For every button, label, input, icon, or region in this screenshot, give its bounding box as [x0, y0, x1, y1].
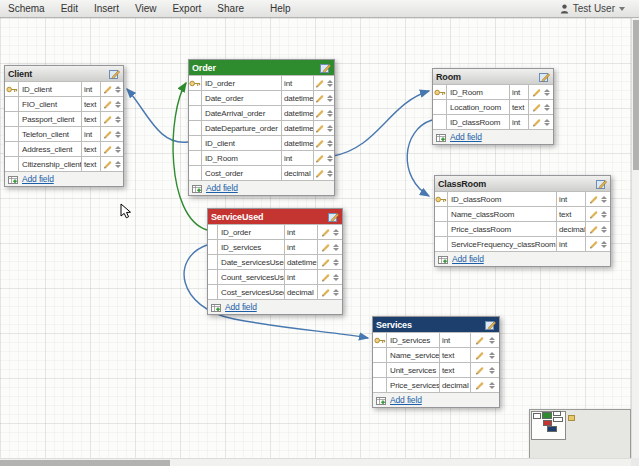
- edit-field-icon[interactable]: [321, 243, 331, 252]
- field-row[interactable]: Count_servicesUsedint: [208, 269, 342, 284]
- edit-table-icon[interactable]: [328, 212, 339, 222]
- field-row[interactable]: ID_orderint: [208, 224, 342, 239]
- field-row[interactable]: ID_classRoomint: [433, 114, 553, 129]
- reorder-field-control[interactable]: [489, 352, 495, 359]
- add-field-link[interactable]: Add field: [390, 395, 422, 405]
- user-menu[interactable]: Test User: [560, 3, 639, 14]
- edit-field-icon[interactable]: [321, 228, 331, 237]
- edit-table-icon[interactable]: [485, 320, 496, 330]
- table-client[interactable]: ClientID_clientintFIO_clienttextPassport…: [4, 65, 124, 187]
- horizontal-scrollbar[interactable]: [0, 458, 631, 466]
- relation-room-classroom[interactable]: [407, 120, 432, 196]
- reorder-field-control[interactable]: [489, 382, 495, 389]
- table-header[interactable]: Services: [373, 317, 499, 332]
- menu-item-insert[interactable]: Insert: [86, 3, 127, 14]
- schema-canvas[interactable]: ClientID_clientintFIO_clienttextPassport…: [0, 18, 631, 458]
- field-row[interactable]: Passport_clienttext: [5, 111, 123, 126]
- reorder-field-control[interactable]: [601, 211, 607, 218]
- edit-field-icon[interactable]: [315, 94, 325, 103]
- menu-item-help[interactable]: Help: [262, 3, 299, 14]
- reorder-field-control[interactable]: [327, 140, 333, 147]
- edit-field-icon[interactable]: [532, 118, 542, 127]
- edit-field-icon[interactable]: [315, 169, 325, 178]
- field-row[interactable]: ID_clientint: [5, 81, 123, 96]
- reorder-field-control[interactable]: [115, 101, 121, 108]
- field-row[interactable]: Address_clienttext: [5, 141, 123, 156]
- reorder-field-control[interactable]: [115, 131, 121, 138]
- field-row[interactable]: Date_servicesUseddatetime: [208, 254, 342, 269]
- edit-field-icon[interactable]: [589, 240, 599, 249]
- menu-item-schema[interactable]: Schema: [0, 3, 53, 14]
- edit-field-icon[interactable]: [589, 195, 599, 204]
- field-row[interactable]: Name_classRoomtext: [435, 206, 610, 221]
- edit-table-icon[interactable]: [539, 72, 550, 82]
- relation-order-client[interactable]: [127, 89, 188, 142]
- edit-field-icon[interactable]: [475, 366, 485, 375]
- reorder-field-control[interactable]: [489, 337, 495, 344]
- table-header[interactable]: Room: [433, 69, 553, 84]
- reorder-field-control[interactable]: [327, 80, 333, 87]
- field-row[interactable]: ID_classRoomint: [435, 191, 610, 206]
- reorder-field-control[interactable]: [327, 170, 333, 177]
- field-row[interactable]: Name_servicestext: [373, 347, 499, 362]
- menu-item-view[interactable]: View: [127, 3, 165, 14]
- field-row[interactable]: Citizenship_clienttext: [5, 156, 123, 171]
- edit-field-icon[interactable]: [475, 336, 485, 345]
- edit-table-icon[interactable]: [596, 179, 607, 189]
- minimap[interactable]: [529, 409, 631, 458]
- edit-field-icon[interactable]: [321, 273, 331, 282]
- horizontal-scrollbar-thumb[interactable]: [0, 460, 170, 466]
- field-row[interactable]: Price_servicesdecimal: [373, 377, 499, 392]
- reorder-field-control[interactable]: [115, 116, 121, 123]
- table-header[interactable]: ClassRoom: [435, 176, 610, 191]
- table-serviceused[interactable]: ServiceUsedID_orderintID_servicesintDate…: [207, 208, 343, 315]
- field-row[interactable]: Cost_orderdecimal: [189, 165, 334, 180]
- reorder-field-control[interactable]: [544, 89, 550, 96]
- edit-field-icon[interactable]: [315, 154, 325, 163]
- edit-table-icon[interactable]: [320, 63, 331, 73]
- add-field-link[interactable]: Add field: [22, 174, 54, 184]
- add-field-link[interactable]: Add field: [206, 183, 238, 193]
- add-field-link[interactable]: Add field: [450, 132, 482, 142]
- reorder-field-control[interactable]: [544, 104, 550, 111]
- reorder-field-control[interactable]: [333, 229, 339, 236]
- field-row[interactable]: ID_orderint: [189, 75, 334, 90]
- reorder-field-control[interactable]: [327, 125, 333, 132]
- reorder-field-control[interactable]: [327, 155, 333, 162]
- edit-field-icon[interactable]: [103, 160, 113, 169]
- field-row[interactable]: ID_Roomint: [189, 150, 334, 165]
- edit-field-icon[interactable]: [103, 85, 113, 94]
- table-header[interactable]: Client: [5, 66, 123, 81]
- reorder-field-control[interactable]: [333, 259, 339, 266]
- vertical-scrollbar-thumb[interactable]: [633, 20, 639, 170]
- edit-field-icon[interactable]: [103, 130, 113, 139]
- edit-field-icon[interactable]: [103, 115, 113, 124]
- edit-field-icon[interactable]: [315, 139, 325, 148]
- vertical-scrollbar[interactable]: [631, 18, 639, 458]
- edit-field-icon[interactable]: [589, 210, 599, 219]
- edit-field-icon[interactable]: [315, 109, 325, 118]
- field-row[interactable]: Cost_servicesUseddecimal: [208, 284, 342, 299]
- reorder-field-control[interactable]: [601, 196, 607, 203]
- field-row[interactable]: Date_orderdatetime: [189, 90, 334, 105]
- edit-table-icon[interactable]: [109, 69, 120, 79]
- field-row[interactable]: ID_Roomint: [433, 84, 553, 99]
- reorder-field-control[interactable]: [115, 86, 121, 93]
- field-row[interactable]: Unit_servicestext: [373, 362, 499, 377]
- reorder-field-control[interactable]: [333, 289, 339, 296]
- reorder-field-control[interactable]: [333, 274, 339, 281]
- field-row[interactable]: Telefon_clientint: [5, 126, 123, 141]
- edit-field-icon[interactable]: [475, 351, 485, 360]
- field-row[interactable]: Location_roomtext: [433, 99, 553, 114]
- table-classroom[interactable]: ClassRoomID_classRoomintName_classRoomte…: [434, 175, 611, 267]
- reorder-field-control[interactable]: [601, 226, 607, 233]
- table-room[interactable]: RoomID_RoomintLocation_roomtextID_classR…: [432, 68, 554, 145]
- reorder-field-control[interactable]: [333, 244, 339, 251]
- edit-field-icon[interactable]: [589, 225, 599, 234]
- table-header[interactable]: ServiceUsed: [208, 209, 342, 224]
- reorder-field-control[interactable]: [601, 241, 607, 248]
- field-row[interactable]: ID_servicesint: [208, 239, 342, 254]
- table-header[interactable]: Order: [189, 60, 334, 75]
- reorder-field-control[interactable]: [115, 161, 121, 168]
- field-row[interactable]: FIO_clienttext: [5, 96, 123, 111]
